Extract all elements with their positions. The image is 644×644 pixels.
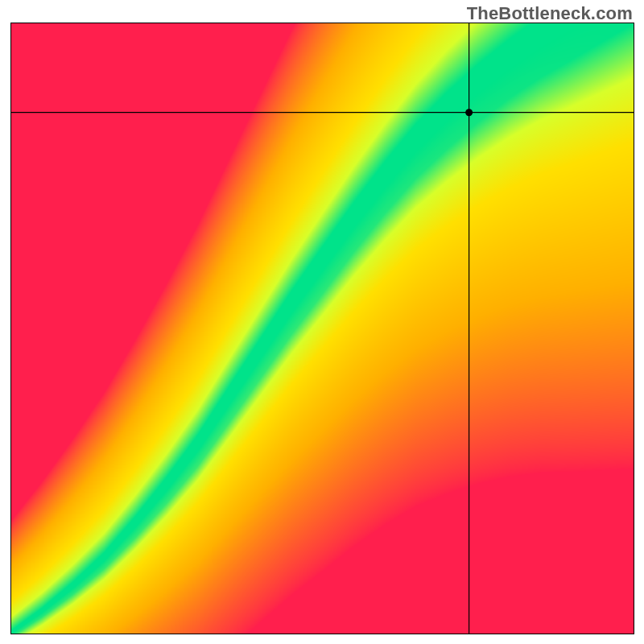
heatmap-canvas xyxy=(10,23,634,634)
chart-container: TheBottleneck.com xyxy=(0,0,644,644)
watermark-text: TheBottleneck.com xyxy=(467,3,633,24)
